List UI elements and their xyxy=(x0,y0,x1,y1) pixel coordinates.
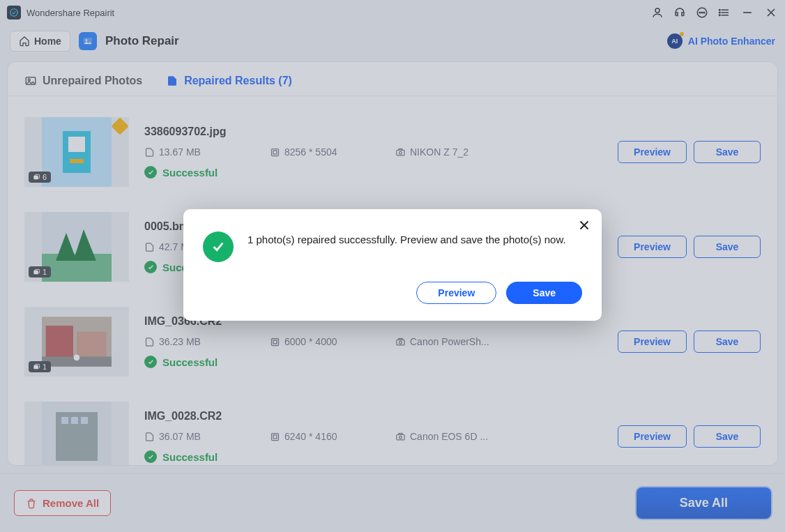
success-modal: 1 photo(s) repaired successfully. Previe… xyxy=(183,209,602,321)
modal-message: 1 photo(s) repaired successfully. Previe… xyxy=(247,227,566,248)
modal-close-button[interactable] xyxy=(577,218,592,233)
modal-preview-button[interactable]: Preview xyxy=(416,282,496,304)
success-check-icon xyxy=(203,231,234,262)
modal-save-button[interactable]: Save xyxy=(506,282,582,304)
